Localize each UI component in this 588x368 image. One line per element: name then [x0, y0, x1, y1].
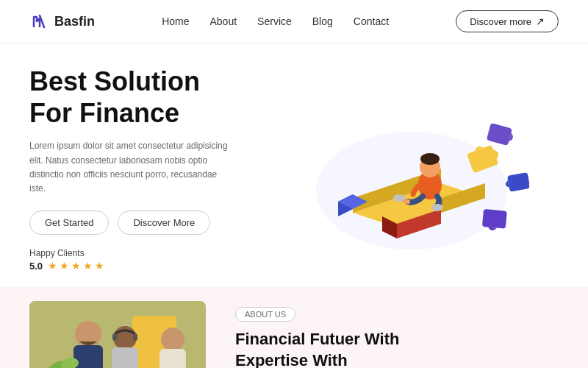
about-badge: ABOUT US — [235, 307, 295, 322]
about-section: ABOUT US Financial Futuer With Expertise… — [0, 286, 588, 368]
hero-title-line2: For Finance — [29, 98, 179, 128]
svg-rect-26 — [133, 333, 137, 341]
puzzle-illustration — [294, 80, 529, 257]
logo[interactable]: Basfin — [29, 11, 95, 32]
svg-rect-25 — [112, 333, 117, 341]
rating-number: 5.0 — [29, 261, 43, 272]
star-2: ★ — [60, 260, 69, 272]
discover-more-button[interactable]: Discover More — [118, 210, 210, 235]
nav-about[interactable]: About — [210, 15, 237, 27]
star-1: ★ — [48, 260, 57, 272]
nav-home[interactable]: Home — [162, 15, 189, 27]
logo-icon — [29, 11, 50, 32]
logo-text: Basfin — [54, 14, 95, 29]
about-title: Financial Futuer With Expertise With — [235, 329, 559, 368]
hero-buttons: Get Started Discover More — [29, 210, 265, 235]
svg-rect-12 — [507, 172, 529, 192]
nav-service[interactable]: Service — [257, 15, 292, 27]
about-text: ABOUT US Financial Futuer With Expertise… — [235, 301, 559, 368]
nav-contact[interactable]: Contact — [354, 15, 389, 27]
star-4: ★ — [83, 260, 93, 272]
happy-clients-label: Happy Clients — [29, 248, 265, 258]
hero-section: Best Solution For Finance Lorem ipsum do… — [0, 43, 588, 286]
get-started-button[interactable]: Get Started — [29, 210, 109, 235]
svg-point-29 — [161, 328, 184, 351]
hero-description: Lorem ipsum dolor sit amet consectetur a… — [29, 139, 235, 196]
rating-row: 5.0 ★ ★ ★ ★ ★ — [29, 260, 265, 272]
svg-rect-30 — [159, 349, 186, 368]
navbar: Basfin Home About Service Blog Contact D… — [0, 0, 588, 43]
svg-rect-13 — [482, 209, 507, 229]
about-title-line2: Expertise With — [235, 351, 348, 368]
svg-rect-11 — [487, 123, 512, 146]
hero-illustration — [265, 73, 559, 264]
svg-rect-24 — [112, 347, 138, 368]
navbar-discover-button[interactable]: Discover more ↗ — [456, 10, 559, 32]
arrow-icon: ↗ — [536, 15, 545, 27]
navbar-discover-label: Discover more — [470, 16, 531, 27]
about-image — [29, 301, 206, 368]
star-3: ★ — [71, 260, 81, 272]
happy-clients: Happy Clients 5.0 ★ ★ ★ ★ ★ — [29, 248, 265, 272]
people-illustration — [29, 301, 206, 368]
svg-point-18 — [431, 204, 443, 211]
svg-point-16 — [420, 153, 440, 165]
star-5: ★ — [95, 260, 104, 272]
nav-links: Home About Service Blog Contact — [162, 15, 389, 28]
about-title-line1: Financial Futuer With — [235, 330, 399, 348]
hero-title-line1: Best Solution — [29, 66, 200, 96]
hero-title: Best Solution For Finance — [29, 66, 265, 129]
svg-point-17 — [393, 194, 405, 202]
hero-content: Best Solution For Finance Lorem ipsum do… — [29, 66, 265, 272]
nav-blog[interactable]: Blog — [312, 15, 333, 27]
